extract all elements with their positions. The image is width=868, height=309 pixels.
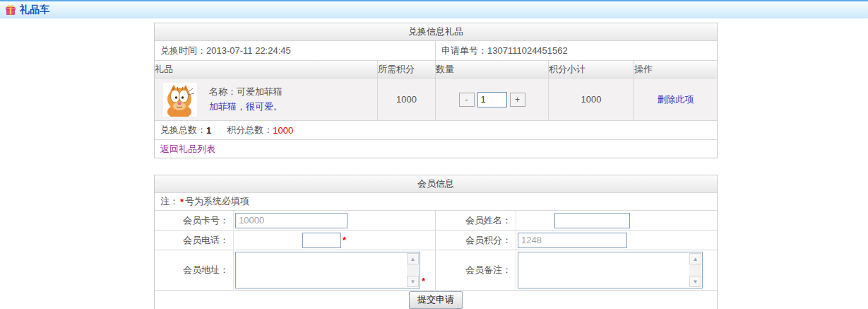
- order-number-value: 1307111024451562: [487, 45, 568, 56]
- order-number-cell: 申请单号： 1307111024451562: [436, 41, 717, 60]
- gift-cell: 名称：可爱加菲猫 加菲猫，很可爱。: [155, 78, 378, 120]
- address-textarea[interactable]: ▲ ▼: [235, 252, 420, 288]
- form-row-address-remark: 会员地址： ▲ ▼ * 会员备注： ▲ ▼: [155, 250, 717, 291]
- member-points-input[interactable]: [518, 233, 627, 248]
- card-number-input[interactable]: [235, 213, 347, 228]
- total-points-value: 1000: [273, 125, 293, 136]
- scroll-down-icon[interactable]: ▼: [407, 276, 419, 287]
- required-points-cell: 1000: [378, 78, 436, 120]
- phone-required-star: *: [343, 235, 346, 245]
- total-count-label: 兑换总数：: [160, 124, 206, 136]
- address-required-star: *: [422, 276, 425, 286]
- garfield-product-image: [163, 83, 197, 117]
- gift-item-row: 名称：可爱加菲猫 加菲猫，很可爱。 1000 - + 1000 删除此项: [155, 78, 717, 121]
- exchange-time-value: 2013-07-11 22:24:45: [206, 45, 291, 56]
- quantity-decrease-button[interactable]: -: [459, 93, 475, 107]
- remark-label: 会员备注：: [436, 250, 516, 290]
- column-header-quantity: 数量: [436, 61, 549, 78]
- exchange-info-panel: 兑换信息礼品 兑换时间： 2013-07-11 22:24:45 申请单号： 1…: [154, 23, 718, 158]
- gift-cart-icon: [5, 4, 16, 16]
- back-to-gift-list-link[interactable]: 返回礼品列表: [160, 143, 215, 156]
- phone-label: 会员电话：: [155, 231, 234, 250]
- order-number-label: 申请单号：: [441, 45, 487, 57]
- column-header-subtotal: 积分小计: [549, 61, 634, 78]
- address-label: 会员地址：: [155, 250, 234, 290]
- quantity-increase-button[interactable]: +: [510, 93, 525, 107]
- remark-scrollbar[interactable]: ▲ ▼: [689, 253, 701, 287]
- address-cell: ▲ ▼ *: [234, 250, 436, 290]
- gift-name: 名称：可爱加菲猫: [209, 86, 283, 98]
- quantity-input[interactable]: [477, 92, 507, 107]
- member-panel-header: 会员信息: [155, 175, 717, 193]
- action-cell: 删除此项: [634, 78, 717, 120]
- quantity-stepper: - +: [459, 92, 525, 107]
- member-name-input[interactable]: [554, 213, 630, 228]
- exchange-meta-row: 兑换时间： 2013-07-11 22:24:45 申请单号： 13071110…: [155, 41, 717, 61]
- note-prefix: 注：: [160, 195, 179, 208]
- note-required-star: *: [180, 197, 184, 207]
- required-note-row: 注： * 号为系统必填项: [155, 193, 717, 211]
- scroll-up-icon[interactable]: ▲: [407, 253, 419, 264]
- submit-application-button[interactable]: 提交申请: [409, 291, 463, 309]
- member-name-cell: [516, 211, 717, 230]
- total-count-value: 1: [206, 125, 211, 136]
- member-points-cell: [516, 231, 717, 250]
- gift-description-link[interactable]: 加菲猫，很可爱。: [209, 100, 283, 113]
- exchange-time-label: 兑换时间：: [160, 45, 206, 57]
- card-number-label: 会员卡号：: [155, 211, 234, 230]
- note-text: 号为系统必填项: [185, 195, 249, 208]
- gift-text-block: 名称：可爱加菲猫 加菲猫，很可爱。: [209, 86, 283, 113]
- form-row-phone-points: 会员电话： * 会员积分：: [155, 231, 717, 250]
- member-name-label: 会员姓名：: [436, 211, 516, 230]
- exchange-panel-title: 兑换信息礼品: [408, 25, 463, 38]
- page-title: 礼品车: [20, 4, 49, 16]
- back-link-row: 返回礼品列表: [155, 140, 717, 158]
- scroll-up-icon[interactable]: ▲: [689, 253, 701, 264]
- title-bar: 礼品车: [0, 0, 868, 18]
- column-header-action: 操作: [634, 61, 717, 78]
- exchange-table-header: 礼品 所需积分 数量 积分小计 操作: [155, 61, 717, 78]
- form-row-card-name: 会员卡号： 会员姓名：: [155, 211, 717, 231]
- submit-row: 提交申请: [155, 291, 717, 309]
- member-panel-title: 会员信息: [417, 177, 454, 190]
- quantity-cell: - +: [436, 78, 549, 120]
- address-scrollbar[interactable]: ▲ ▼: [407, 253, 419, 287]
- exchange-panel-header: 兑换信息礼品: [155, 23, 717, 41]
- exchange-time-cell: 兑换时间： 2013-07-11 22:24:45: [155, 41, 436, 60]
- card-number-cell: [234, 211, 436, 230]
- phone-cell: *: [234, 231, 436, 250]
- column-header-points: 所需积分: [378, 61, 436, 78]
- member-info-panel: 会员信息 注： * 号为系统必填项 会员卡号： 会员姓名： 会员电话： * 会员…: [154, 175, 718, 309]
- scroll-down-icon[interactable]: ▼: [689, 276, 701, 287]
- subtotal-cell: 1000: [549, 78, 634, 120]
- total-points-label: 积分总数：: [227, 124, 273, 136]
- column-header-gift: 礼品: [155, 61, 378, 78]
- remark-cell: ▲ ▼: [516, 250, 717, 290]
- delete-item-link[interactable]: 删除此项: [658, 93, 694, 106]
- phone-input[interactable]: [302, 233, 341, 248]
- member-points-label: 会员积分：: [436, 231, 516, 250]
- totals-row: 兑换总数： 1 积分总数： 1000: [155, 121, 717, 140]
- remark-textarea[interactable]: ▲ ▼: [518, 252, 703, 288]
